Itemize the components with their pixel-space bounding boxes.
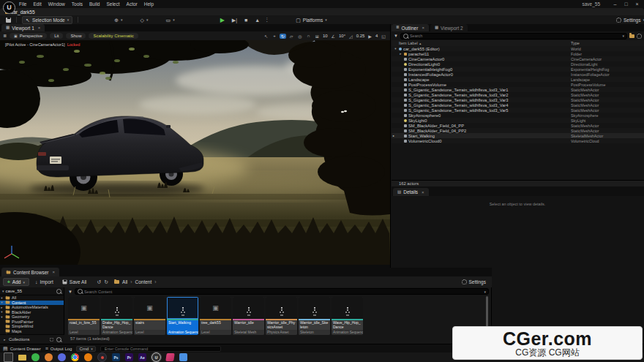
eject-button[interactable]: ▲ (252, 17, 263, 23)
move-tool-icon[interactable]: + (272, 34, 277, 38)
outliner-row[interactable]: S_Gigantic_Sandstone_Terrain_wldhflsva_l… (392, 92, 644, 97)
stop-button[interactable]: ■ (242, 17, 250, 23)
cmd-dropdown[interactable]: Cmd▾ (76, 346, 95, 352)
menu-help[interactable]: Help (144, 1, 154, 7)
scale-tool-icon[interactable]: ▱ (288, 34, 295, 39)
filter-icon[interactable]: ▼ (68, 290, 72, 294)
close-tab-icon[interactable]: × (422, 190, 424, 195)
tab-viewport-1[interactable]: ▦ Viewport 1 × (1, 24, 45, 31)
outliner-row[interactable]: SkyAtmosphere0 SkyAtmosphere (392, 113, 644, 118)
expand-arrow-icon[interactable]: ▾ (0, 301, 4, 304)
outliner-row[interactable]: S_Gigantic_Sandstone_Terrain_wldhflsva_l… (392, 87, 644, 92)
outliner-row[interactable]: Start_Walking SkeletalMeshActor (392, 133, 644, 138)
expand-arrow-icon[interactable]: ▾ (0, 315, 4, 319)
scale-snap-icon[interactable]: ◿ (348, 34, 354, 39)
outliner-search[interactable]: ▾ (400, 33, 627, 39)
blender-icon[interactable] (84, 353, 92, 361)
expand-arrow-icon[interactable]: ▸ (0, 306, 4, 309)
tab-content-browser[interactable]: Content Browser × (1, 268, 59, 276)
tab-outliner[interactable]: ≣ Outliner × (392, 24, 429, 31)
outliner-row[interactable]: ExponentialHeightFog0 ExponentialHeightF… (392, 67, 644, 72)
camera-speed-value[interactable]: 4 (375, 34, 378, 38)
Drake_Hip_Hop_Dance[interactable]: Drake_Hip_Hop_Dance Animation Sequence (101, 297, 132, 335)
rotation-snap-icon[interactable]: ∠ (330, 34, 337, 39)
pink-app-icon[interactable] (165, 353, 175, 361)
after-effects-icon[interactable]: Ae (138, 353, 146, 361)
outliner-settings-icon[interactable] (637, 34, 642, 39)
maximize-button[interactable]: □ (621, 1, 632, 7)
close-button[interactable]: × (632, 1, 643, 7)
surface-snap-icon[interactable]: ∩ (306, 34, 312, 38)
filter-icon[interactable]: ▼ (394, 34, 398, 38)
outliner-row[interactable]: SM_BlackAlder_Field_04_PP StaticMeshActo… (392, 123, 644, 128)
console-command-field[interactable] (100, 346, 221, 352)
tree_dark55[interactable]: tree_dark55 Level (200, 297, 231, 335)
collections-bar[interactable]: ▸Collections (0, 334, 64, 344)
file-explorer-icon[interactable] (18, 355, 26, 361)
close-tab-icon[interactable]: × (38, 26, 41, 30)
back-icon[interactable]: ↺ (97, 279, 101, 284)
green-app-icon[interactable] (31, 353, 40, 361)
outliner-row[interactable]: PostProcessVolume PostProcessVolume (392, 82, 644, 87)
menu-actor[interactable]: Actor (127, 1, 138, 7)
chevron-down-icon[interactable]: ▾ (484, 290, 486, 294)
menu-file[interactable]: File (19, 1, 26, 7)
save-icon[interactable] (6, 18, 11, 23)
play-options-icon[interactable]: ⋮ (264, 17, 269, 23)
blueprints-button[interactable]: ◇▾ (138, 17, 151, 23)
editor-mode-select[interactable]: ↖ Selection Mode ▾ (22, 16, 72, 24)
Warrior_idle[interactable]: Warrior_idle Skeletal Mesh (233, 297, 264, 335)
stairs[interactable]: stairs Level (134, 297, 165, 335)
breadcrumb-content[interactable]: Content (135, 279, 151, 284)
scalability-warning-pill[interactable]: Scalability Cinematic (89, 33, 138, 39)
outliner-row[interactable]: InstancedFoliageActor0 InstancedFoliageA… (392, 72, 644, 77)
view-mode-dropdown[interactable]: Lit (50, 33, 63, 39)
import-button[interactable]: ↓ Import (32, 279, 56, 285)
purple-app-icon[interactable] (58, 353, 66, 361)
minimize-button[interactable]: – (610, 1, 621, 7)
output-log-button[interactable]: ≡ Output Log (45, 346, 72, 351)
viewport-scene[interactable] (0, 40, 390, 265)
menu-edit[interactable]: Edit (33, 1, 41, 7)
viewport-options-icon[interactable]: ≣ (3, 34, 7, 38)
column-type[interactable]: Type (571, 41, 644, 45)
outliner-row[interactable]: S_Gigantic_Sandstone_Terrain_wldhflsva_l… (392, 102, 644, 108)
menu-tools[interactable]: Tools (72, 1, 83, 7)
outliner-row[interactable]: ▾ car_dark55 (Editor) World (392, 46, 644, 51)
menu-window[interactable]: Window (48, 1, 65, 7)
outliner-row[interactable]: SM_BlackAlder_Field_04_PP2 StaticMeshAct… (392, 128, 644, 133)
play-button[interactable]: ▶ (217, 16, 228, 24)
cinematics-button[interactable]: ▭▾ (163, 17, 178, 23)
outliner-row[interactable]: S_Gigantic_Sandstone_Terrain_wldhflsva_l… (392, 108, 644, 113)
outliner-row[interactable]: Landscape Landscape (392, 77, 644, 82)
content-drawer-button[interactable]: ▤ Content Drawer (3, 346, 41, 351)
close-tab-icon[interactable]: × (52, 270, 55, 274)
show-dropdown[interactable]: Show (66, 33, 86, 39)
add-button[interactable]: + Add▾ (3, 278, 29, 286)
new-folder-icon[interactable] (629, 34, 634, 38)
menu-select[interactable]: Select (106, 1, 119, 7)
expand-arrow-icon[interactable]: ▸ (399, 52, 402, 56)
column-item-label[interactable]: Item Label ▲ (392, 41, 571, 45)
select-tool-icon[interactable]: ↖ (263, 34, 269, 39)
expand-arrow-icon[interactable]: ▾ (394, 47, 397, 50)
asset-search-input[interactable] (84, 290, 483, 294)
Warrior_idle_Skeleton[interactable]: Warrior_idle_Skeleton Skeleton (299, 297, 330, 335)
quick-add-button[interactable]: ⊕▾ (111, 17, 125, 23)
outliner-row[interactable]: S_Gigantic_Sandstone_Terrain_wldhflsva_l… (392, 97, 644, 102)
asset-search[interactable]: ▾ (75, 288, 489, 295)
breadcrumb-all[interactable]: All (122, 279, 127, 284)
world-space-icon[interactable]: ◎ (296, 34, 303, 39)
outliner-row[interactable]: CineCameraActor0 CineCameraActor (392, 56, 644, 61)
chevron-down-icon[interactable]: ▾ (622, 34, 624, 38)
grid-snap-value[interactable]: 10 (323, 34, 328, 38)
rotation-snap-value[interactable]: 10° (339, 34, 345, 38)
source-selector[interactable]: ▾cave_55 (0, 287, 64, 295)
settings-button[interactable]: Settings ▾ (613, 17, 644, 23)
grid-snap-icon[interactable]: ⊞ (314, 34, 321, 39)
collections-settings-icon[interactable] (50, 337, 54, 342)
orange-app-icon[interactable] (45, 353, 53, 361)
outliner-row[interactable]: DirectionalLight0 DirectionalLight (392, 61, 644, 67)
record-app-icon[interactable] (97, 352, 107, 362)
photoshop-icon[interactable]: Ps (112, 353, 120, 361)
